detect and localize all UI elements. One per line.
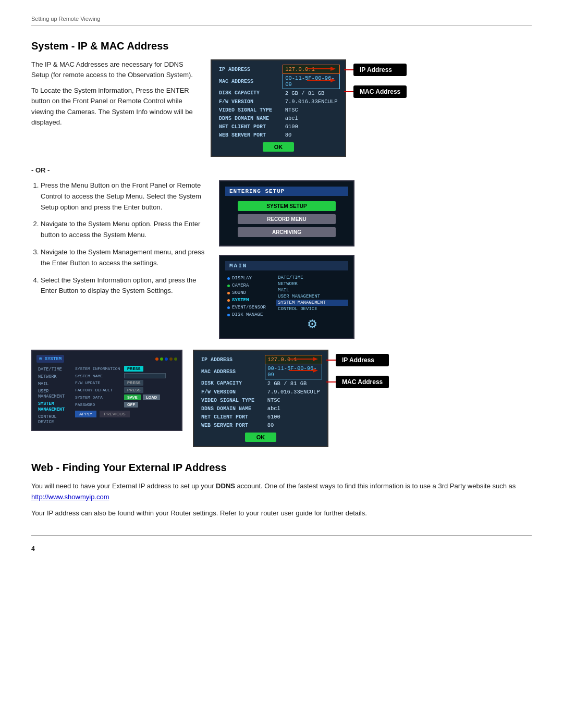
ip-address-callout-top: IP Address [353, 64, 407, 76]
table-row: VIDEO SIGNAL TYPENTSC [199, 396, 322, 404]
menu-right-system: SYSTEM MANAGEMENT [276, 300, 348, 306]
list-item: Select the System Information option, an… [41, 275, 209, 297]
table-row: NET CLIENT PORT6100 [217, 122, 340, 131]
showmyip-link[interactable]: http://www.showmyip.com [31, 493, 109, 501]
sys-nav-user[interactable]: USERMANAGEMENT [36, 388, 73, 400]
system-setup-button[interactable]: SYSTEM SETUP [238, 201, 336, 211]
table-row: WEB SERVER PORT80 [199, 421, 322, 429]
menu-item-event: EVENT/SENSOR [225, 304, 272, 311]
bottom-divider [31, 535, 532, 536]
table-row: DDNS DOMAIN NAMEabcl [199, 404, 322, 413]
table-row: DDNS DOMAIN NAMEabcl [217, 114, 340, 122]
main-menu-screen: MAIN DISPLAY CAMERA SOUND SYSTEM EVENT/S… [219, 255, 354, 339]
gear-icon: ⚙ [276, 314, 348, 333]
table-row: WEB SERVER PORT80 [217, 131, 340, 139]
menu-item-display: DISPLAY [225, 275, 272, 282]
fw-update-btn[interactable]: PRESS [124, 380, 143, 386]
page-number: 4 [31, 545, 532, 552]
mac-address-callout-top: MAC Address [353, 85, 407, 98]
section1-title: System - IP & MAC Address [31, 40, 532, 52]
table-row: MAC ADDRESS 00-11-5F-00-96-09 [217, 74, 340, 89]
section1-para1: The IP & MAC Addresses are necessary for… [31, 59, 198, 80]
steps-list: Press the Menu Button on the Front Panel… [41, 180, 209, 297]
menu-right-datetime: DATE/TIME [276, 275, 348, 281]
table-row: IP ADDRESS 127.0.0.1 [217, 65, 340, 74]
indicator-dots [155, 357, 177, 361]
mac-address-callout-bottom: MAC Address [336, 376, 389, 388]
table-row: F/W VERSION7.9.016.33ENCULP [199, 388, 322, 396]
section2-para1: You will need to have your External IP a… [31, 481, 532, 503]
password-btn[interactable]: OFF [124, 402, 138, 408]
table-row: DISK CAPACITY2 GB / 81 GB [217, 89, 340, 98]
main-menu-title: MAIN [225, 261, 348, 270]
dvr-info-screen-bottom: IP ADDRESS 127.0.0.1 MAC ADDRESS 00-11-5… [193, 350, 328, 447]
or-separator: - OR - [31, 166, 532, 174]
entering-setup-title: ENTERING SETUP [225, 187, 348, 196]
list-item: Press the Menu Button on the Front Panel… [41, 180, 209, 213]
sys-info-press-btn[interactable]: PRESS [124, 366, 143, 372]
top-divider [31, 25, 532, 26]
sys-nav-system[interactable]: SYSTEMMANAGEMENT [36, 400, 73, 413]
menu-right-mail: MAIL [276, 287, 348, 293]
previous-button[interactable]: PREVIOUS [100, 411, 129, 417]
factory-default-btn[interactable]: PRESS [124, 387, 143, 393]
save-btn[interactable]: SAVE [124, 394, 141, 400]
table-row: NET CLIENT PORT6100 [199, 413, 322, 421]
table-row: DISK CAPACITY2 GB / 81 GB [199, 379, 322, 388]
table-row: F/W VERSION7.9.016.33ENCULP [217, 97, 340, 106]
system-menu-screen: ⊙ SYSTEM DATE/TIME NETWORK MAIL USERMANA… [31, 350, 182, 431]
load-btn[interactable]: LOAD [143, 394, 160, 400]
menu-item-camera: CAMERA [225, 282, 272, 289]
menu-item-sound: SOUND [225, 289, 272, 297]
sys-nav-control[interactable]: CONTROLDEVICE [36, 413, 73, 426]
menu-item-disk: DISK MANAGE [225, 311, 272, 318]
menu-item-system: SYSTEM [225, 297, 272, 304]
dvr-info-screen-top: IP ADDRESS 127.0.0.1 MAC ADDRESS 00-11-5… [211, 59, 346, 157]
section1-para2: To Locate the System information, Press … [31, 85, 198, 128]
ip-address-callout-bottom: IP Address [336, 354, 389, 366]
list-item: Navigate to the System Management menu, … [41, 247, 209, 269]
apply-button[interactable]: APPLY [75, 411, 96, 417]
system-logo: ⊙ SYSTEM [36, 355, 64, 363]
section2-para2: Your IP address can also be found within… [31, 508, 532, 519]
menu-right-network: NETWORK [276, 281, 348, 287]
record-menu-button[interactable]: RECORD MENU [238, 214, 336, 224]
section2-title: Web - Finding Your External IP Address [31, 462, 532, 474]
sys-nav-mail[interactable]: MAIL [36, 380, 73, 388]
sys-nav-network[interactable]: NETWORK [36, 373, 73, 380]
menu-right-user: USER MANAGEMENT [276, 293, 348, 300]
archiving-button[interactable]: ARCHIVING [238, 227, 336, 237]
ok-button-bottom[interactable]: OK [245, 433, 277, 442]
menu-right-control: CONTROL DEVICE [276, 306, 348, 312]
sys-nav-datetime[interactable]: DATE/TIME [36, 366, 73, 373]
table-row: IP ADDRESS 127.0.0.1 [199, 355, 322, 364]
list-item: Navigate to the System Menu option. Pres… [41, 219, 209, 241]
table-row: VIDEO SIGNAL TYPENTSC [217, 106, 340, 114]
ok-button[interactable]: OK [263, 142, 295, 152]
table-row: MAC ADDRESS 00-11-5F-00-96-09 [199, 364, 322, 379]
entering-setup-screen: ENTERING SETUP SYSTEM SETUP RECORD MENU … [219, 180, 354, 246]
page-header: Setting up Remote Viewing [31, 16, 532, 22]
